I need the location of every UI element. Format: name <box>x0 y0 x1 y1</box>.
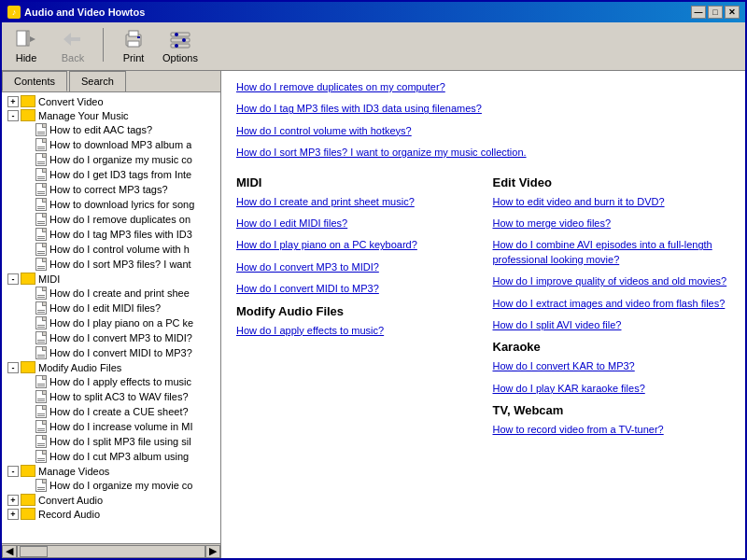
minimize-button[interactable]: — <box>691 6 706 19</box>
tree-item-label: How to edit AAC tags? <box>49 124 152 135</box>
expand-icon[interactable]: - <box>7 110 19 121</box>
tree-item-label: Manage Your Music <box>38 110 129 121</box>
content-link[interactable]: How do I remove duplicates on my compute… <box>236 80 730 94</box>
tab-contents[interactable]: Contents <box>2 71 67 91</box>
tree-item[interactable]: How do I get ID3 tags from Inte <box>4 167 218 182</box>
tree-item[interactable]: How do I split MP3 file using sil <box>4 434 218 449</box>
print-label: Print <box>123 52 145 63</box>
tree-item[interactable]: How to download lyrics for song <box>4 197 218 212</box>
tree-item[interactable]: +Record Audio <box>4 507 218 521</box>
svg-rect-7 <box>137 36 140 38</box>
tree-item[interactable]: How do I create and print shee <box>4 286 218 301</box>
tree-item[interactable]: How do I create a CUE sheet? <box>4 404 218 419</box>
tree-item[interactable]: -Modify Audio Files <box>4 360 218 374</box>
file-icon <box>35 435 47 448</box>
tree-item-label: How do I convert MIDI to MP3? <box>49 347 192 358</box>
expand-icon[interactable]: + <box>7 509 19 520</box>
section-link[interactable]: How do I convert MIDI to MP3? <box>236 282 474 296</box>
section-link[interactable]: How do I split AVI video file? <box>493 318 731 332</box>
file-icon <box>35 228 47 241</box>
expand-icon[interactable]: + <box>7 96 19 107</box>
section-link[interactable]: How do I create and print sheet music? <box>236 195 474 209</box>
tree-item-label: MIDI <box>38 273 60 285</box>
section-link[interactable]: How do I combine AVI episodes into a ful… <box>493 238 731 267</box>
section-link[interactable]: How do I play KAR karaoke files? <box>493 382 731 396</box>
maximize-button[interactable]: □ <box>708 6 723 19</box>
tree-item[interactable]: How do I sort MP3 files? I want <box>4 257 218 272</box>
scroll-thumb[interactable] <box>20 546 48 557</box>
print-button[interactable]: Print <box>115 28 152 63</box>
main-area: Contents Search +Convert Video-Manage Yo… <box>2 71 745 558</box>
section-link[interactable]: How to merge video files? <box>493 217 731 231</box>
tree-item[interactable]: How do I cut MP3 album using <box>4 449 218 464</box>
tree-item[interactable]: How do I organize my movie co <box>4 478 218 493</box>
section-link[interactable]: How do I apply effects to music? <box>236 324 474 338</box>
tree-item[interactable]: -MIDI <box>4 272 218 286</box>
tree-item-label: How to download lyrics for song <box>49 199 194 210</box>
scroll-left-button[interactable]: ◀ <box>2 545 17 558</box>
tab-search[interactable]: Search <box>69 71 126 91</box>
content-link[interactable]: How do I tag MP3 files with ID3 data usi… <box>236 102 730 116</box>
content-link[interactable]: How do I sort MP3 files? I want to organ… <box>236 146 730 160</box>
tree-item[interactable]: How do I control volume with h <box>4 242 218 257</box>
tree-item[interactable]: -Manage Videos <box>4 464 218 478</box>
tree-item[interactable]: How do I remove duplicates on <box>4 212 218 227</box>
back-button[interactable]: Back <box>54 28 92 63</box>
tree-item[interactable]: How do I convert MIDI to MP3? <box>4 345 218 360</box>
section-link[interactable]: How do I play piano on a PC keyboard? <box>236 238 474 252</box>
hide-button[interactable]: Hide <box>7 28 45 63</box>
right-column: Edit VideoHow to edit video and burn it … <box>493 168 731 445</box>
tree-item[interactable]: How to split AC3 to WAV files? <box>4 389 218 404</box>
section-link[interactable]: How do I extract images and video from f… <box>493 297 731 311</box>
section-link[interactable]: How do I edit MIDI files? <box>236 217 474 231</box>
expand-icon[interactable]: - <box>7 466 19 477</box>
tree-item[interactable]: How to edit AAC tags? <box>4 122 218 137</box>
tree-item[interactable]: +Convert Video <box>4 94 218 108</box>
section-link[interactable]: How to edit video and burn it to DVD? <box>493 195 731 209</box>
tree-item[interactable]: How do I convert MP3 to MIDI? <box>4 330 218 345</box>
folder-icon <box>21 273 35 285</box>
svg-point-12 <box>182 38 186 42</box>
horizontal-scrollbar[interactable]: ◀ ▶ <box>2 543 220 558</box>
tree-item-label: How do I organize my music co <box>49 154 192 165</box>
section-title: Edit Video <box>493 175 731 189</box>
tree-item[interactable]: How do I edit MIDI files? <box>4 301 218 315</box>
section-link[interactable]: How to record video from a TV-tuner? <box>493 423 731 437</box>
tree-item[interactable]: How do I tag MP3 files with ID3 <box>4 227 218 242</box>
options-button[interactable]: Options <box>162 28 199 63</box>
hide-icon <box>13 28 39 50</box>
tree-item[interactable]: How do I apply effects to music <box>4 374 218 389</box>
section-link[interactable]: How do I improve quality of videos and o… <box>493 274 731 288</box>
title-controls: — □ ✕ <box>691 6 740 19</box>
section-link[interactable]: How do I convert KAR to MP3? <box>493 359 731 373</box>
expand-icon[interactable]: + <box>7 495 19 506</box>
tree-item[interactable]: How to download MP3 album a <box>4 137 218 152</box>
section-tv-webcam: TV, WebcamHow to record video from a TV-… <box>493 403 731 437</box>
options-label: Options <box>162 52 198 63</box>
close-button[interactable]: ✕ <box>725 6 740 19</box>
tree-item[interactable]: How to correct MP3 tags? <box>4 182 218 197</box>
expand-icon[interactable]: - <box>7 362 19 373</box>
tree-item[interactable]: +Convert Audio <box>4 493 218 507</box>
file-icon <box>35 198 47 211</box>
scroll-track[interactable] <box>17 545 205 558</box>
expand-icon[interactable]: - <box>7 273 19 285</box>
file-icon <box>35 153 47 166</box>
file-icon <box>35 123 47 136</box>
file-icon <box>35 420 47 433</box>
tree-item[interactable]: How do I organize my music co <box>4 152 218 167</box>
tree-item[interactable]: -Manage Your Music <box>4 108 218 122</box>
tab-bar: Contents Search <box>2 71 220 92</box>
svg-point-11 <box>175 33 178 36</box>
left-panel: Contents Search +Convert Video-Manage Yo… <box>2 71 221 558</box>
tree-item[interactable]: How do I increase volume in MI <box>4 419 218 434</box>
tree-item-label: How do I increase volume in MI <box>49 421 192 432</box>
tree-item-label: How do I tag MP3 files with ID3 <box>49 229 192 240</box>
tree-item-label: How to correct MP3 tags? <box>49 184 168 195</box>
content-link[interactable]: How do I control volume with hotkeys? <box>236 124 730 138</box>
file-icon <box>35 243 47 256</box>
tree-item[interactable]: How do I play piano on a PC ke <box>4 315 218 330</box>
folder-icon <box>21 361 35 373</box>
scroll-right-button[interactable]: ▶ <box>205 545 220 558</box>
section-link[interactable]: How do I convert MP3 to MIDI? <box>236 260 474 274</box>
